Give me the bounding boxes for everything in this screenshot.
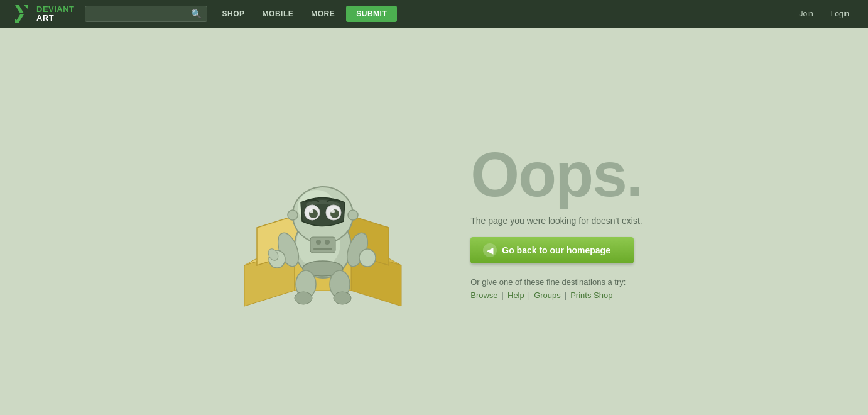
error-description: The page you were looking for doesn't ex… xyxy=(470,216,643,226)
svg-point-31 xyxy=(331,209,335,213)
separator-3: | xyxy=(565,290,567,300)
search-button[interactable]: 🔍 xyxy=(190,9,203,19)
svg-point-30 xyxy=(310,209,313,213)
svg-rect-34 xyxy=(310,237,335,253)
join-link[interactable]: Join xyxy=(791,0,822,28)
svg-point-32 xyxy=(288,210,298,220)
homepage-button[interactable]: ◀ Go back to our homepage xyxy=(470,237,634,263)
destinations-links: Browse | Help | Groups | Prints Shop xyxy=(470,290,643,300)
dest-groups[interactable]: Groups xyxy=(534,290,561,300)
svg-point-18 xyxy=(334,292,351,304)
separator-1: | xyxy=(502,290,504,300)
destinations-intro: Or give one of these fine destinations a… xyxy=(470,277,643,287)
nav-shop[interactable]: SHOP xyxy=(214,0,254,28)
dest-browse[interactable]: Browse xyxy=(470,290,497,300)
svg-point-36 xyxy=(325,240,330,245)
navbar: DEVIANT ART 🔍 SHOP MOBILE MORE SUBMIT Jo… xyxy=(0,0,868,28)
robot-illustration xyxy=(225,133,420,309)
deviantart-logo-icon xyxy=(10,3,33,25)
error-content: Oops. The page you were looking for does… xyxy=(470,143,643,300)
nav-more[interactable]: MORE xyxy=(302,0,344,28)
submit-button[interactable]: SUBMIT xyxy=(346,6,397,22)
svg-point-33 xyxy=(348,210,358,220)
nav-right: Join Login xyxy=(791,0,858,28)
svg-point-35 xyxy=(316,240,321,245)
svg-rect-37 xyxy=(313,248,332,250)
dest-help[interactable]: Help xyxy=(507,290,524,300)
svg-rect-0 xyxy=(10,3,33,25)
search-area: 🔍 xyxy=(85,6,207,22)
svg-point-16 xyxy=(295,292,312,304)
homepage-button-icon: ◀ xyxy=(483,243,497,257)
login-link[interactable]: Login xyxy=(822,0,858,28)
separator-2: | xyxy=(528,290,530,300)
logo-text: DEVIANT ART xyxy=(36,5,75,23)
nav-links: SHOP MOBILE MORE SUBMIT xyxy=(214,0,398,28)
main-content: Oops. The page you were looking for does… xyxy=(0,28,868,415)
robot-svg xyxy=(225,133,420,316)
search-input[interactable] xyxy=(89,9,190,18)
dest-prints-shop[interactable]: Prints Shop xyxy=(570,290,612,300)
oops-title: Oops. xyxy=(470,143,643,206)
nav-mobile[interactable]: MOBILE xyxy=(254,0,303,28)
homepage-button-label: Go back to our homepage xyxy=(502,245,610,255)
svg-point-23 xyxy=(359,249,376,267)
logo-link[interactable]: DEVIANT ART xyxy=(10,3,75,25)
